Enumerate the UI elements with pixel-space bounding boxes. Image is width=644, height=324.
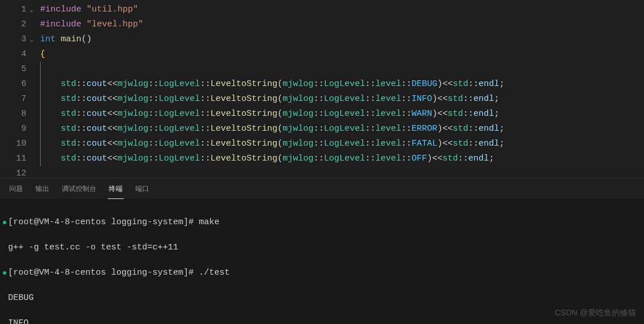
line-number: 7 <box>0 92 26 107</box>
code-area[interactable]: #include "util.hpp" #include "level.hpp"… <box>34 0 644 178</box>
line-number: 2 <box>0 17 26 32</box>
line-number: 6 <box>0 77 26 92</box>
line-number: 5 <box>0 62 26 77</box>
line-number: 4 <box>0 47 26 62</box>
line-number: 8 <box>0 107 26 122</box>
terminal-line: [root@VM-4-8-centos logging-system]# ./t… <box>8 267 636 279</box>
tab-port[interactable]: 端口 <box>134 182 150 199</box>
line-number: 3⌄ <box>0 32 26 47</box>
line-number: 1⌄ <box>0 2 26 17</box>
code-editor[interactable]: 1⌄ 2 3⌄ 4 5 6 7 8 9 10 11 12 #include "u… <box>0 0 644 178</box>
tab-problem[interactable]: 问题 <box>8 182 24 199</box>
line-number: 11 <box>0 151 26 166</box>
code-line[interactable]: std::cout<<mjwlog::LogLevel::LeveltoStri… <box>34 92 644 107</box>
code-line[interactable] <box>34 62 644 77</box>
code-line[interactable]: #include "level.hpp" <box>34 17 644 32</box>
line-number: 10 <box>0 136 26 151</box>
line-number: 9 <box>0 122 26 136</box>
code-line[interactable]: std::cout<<mjwlog::LogLevel::LeveltoStri… <box>34 122 644 136</box>
code-line[interactable]: #include "util.hpp" <box>34 2 644 17</box>
fold-icon[interactable]: ⌄ <box>29 2 33 17</box>
line-number: 12 <box>0 166 26 178</box>
prompt-bullet-icon <box>3 221 6 224</box>
watermark-text: CSDN @爱吃鱼的修猫 <box>555 308 636 318</box>
terminal-line: [root@VM-4-8-centos logging-system]# mak… <box>8 216 636 229</box>
tab-debug-console[interactable]: 调试控制台 <box>61 182 97 199</box>
code-line[interactable]: int main() <box>34 32 644 47</box>
tab-output[interactable]: 输出 <box>34 182 50 199</box>
terminal-line: g++ -g test.cc -o test -std=c++11 <box>8 241 636 254</box>
code-line[interactable]: std::cout<<mjwlog::LogLevel::LeveltoStri… <box>34 136 644 151</box>
code-line[interactable]: std::cout<<mjwlog::LogLevel::LeveltoStri… <box>34 151 644 166</box>
code-line[interactable]: std::cout<<mjwlog::LogLevel::LeveltoStri… <box>34 77 644 92</box>
panel-tabs: 问题 输出 调试控制台 终端 端口 <box>0 178 644 199</box>
terminal-output: INFO <box>8 317 636 324</box>
terminal-panel[interactable]: [root@VM-4-8-centos logging-system]# mak… <box>0 199 644 324</box>
code-line[interactable]: std::cout<<mjwlog::LogLevel::LeveltoStri… <box>34 107 644 122</box>
line-number-gutter: 1⌄ 2 3⌄ 4 5 6 7 8 9 10 11 12 <box>0 0 34 178</box>
prompt-bullet-icon <box>3 271 6 275</box>
fold-icon[interactable]: ⌄ <box>29 32 33 47</box>
tab-terminal[interactable]: 终端 <box>108 182 124 199</box>
terminal-output: DEBUG <box>8 292 636 305</box>
code-line[interactable]: { <box>34 47 644 62</box>
